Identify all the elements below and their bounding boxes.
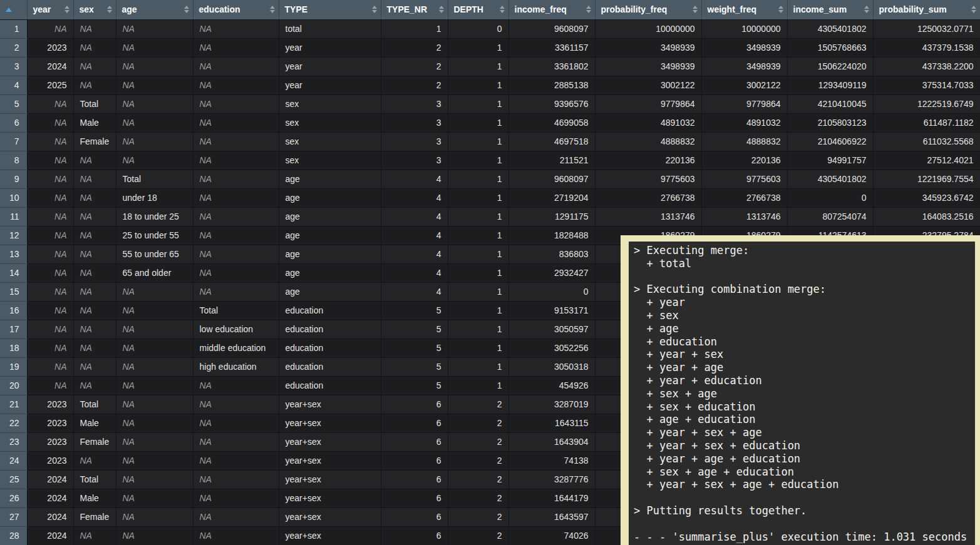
cell-TYPE: education [279, 339, 381, 357]
column-header-DEPTH[interactable]: DEPTH [448, 0, 508, 19]
column-header-weight_freq[interactable]: weight_freq [701, 0, 787, 19]
cell-probability_sum: 345923.6742 [873, 188, 980, 207]
cell-income_freq: 3287019 [508, 395, 595, 414]
row-number: 15 [0, 282, 27, 301]
na-value: NA [80, 287, 92, 297]
console-line: + education [634, 335, 971, 349]
cell-income_sum: 94991757 [787, 151, 873, 170]
cell-TYPE: year+sex [279, 470, 381, 489]
column-header-year[interactable]: year [27, 0, 73, 19]
na-value: NA [200, 155, 212, 165]
cell-TYPE_NR: 2 [381, 57, 448, 76]
cell-probability_freq: 3002122 [595, 76, 701, 94]
cell-education: NA [193, 76, 279, 94]
cell-education: NA [193, 263, 279, 282]
cell-sex: Total [73, 395, 116, 414]
cell-age: NA [116, 376, 193, 395]
na-value: NA [200, 80, 212, 90]
cell-education: NA [193, 38, 279, 57]
column-header-TYPE_NR[interactable]: TYPE_NR [381, 0, 448, 19]
na-value: NA [200, 474, 212, 484]
cell-age: NA [116, 414, 193, 432]
column-header-age[interactable]: age [116, 0, 193, 19]
cell-income_freq: 4699058 [508, 113, 595, 132]
cell-income_sum: 4305401802 [787, 170, 873, 188]
column-header-probability_sum[interactable]: probability_sum [873, 0, 980, 19]
cell-income_sum: 4210410045 [787, 94, 873, 113]
column-header-sex[interactable]: sex [73, 0, 116, 19]
na-value: NA [123, 80, 135, 90]
cell-year: NA [27, 357, 73, 376]
cell-DEPTH: 1 [448, 339, 508, 357]
cell-TYPE: year [279, 76, 381, 94]
na-value: NA [54, 136, 66, 146]
na-value: NA [123, 99, 135, 109]
cell-weight_freq: 3498939 [701, 57, 787, 76]
cell-age: NA [116, 451, 193, 470]
na-value: NA [123, 531, 135, 541]
cell-education: NA [193, 282, 279, 301]
cell-year: NA [27, 188, 73, 207]
cell-DEPTH: 1 [448, 320, 508, 339]
cell-income_freq: 2719204 [508, 188, 595, 207]
cell-sex: NA [73, 151, 116, 170]
cell-probability_sum: 27512.4021 [873, 151, 980, 170]
cell-TYPE: sex [279, 132, 381, 151]
sort-icon [586, 6, 591, 13]
cell-DEPTH: 1 [448, 151, 508, 170]
cell-TYPE_NR: 4 [381, 226, 448, 245]
console-line: + sex + age + education [634, 466, 971, 479]
na-value: NA [200, 118, 212, 128]
cell-age: NA [116, 94, 193, 113]
cell-DEPTH: 1 [448, 188, 508, 207]
cell-TYPE_NR: 6 [381, 470, 448, 489]
cell-age: NA [116, 151, 193, 170]
cell-DEPTH: 2 [448, 395, 508, 414]
cell-sex: NA [73, 170, 116, 188]
cell-education: NA [193, 132, 279, 151]
na-value: NA [200, 61, 212, 71]
column-header-education[interactable]: education [193, 0, 279, 19]
cell-probability_freq: 1313746 [595, 207, 701, 226]
header-row: yearsexageeducationTYPETYPE_NRDEPTHincom… [0, 0, 980, 19]
cell-age: NA [116, 357, 193, 376]
na-value: NA [54, 249, 66, 259]
cell-DEPTH: 1 [448, 245, 508, 263]
table-row: 1NANANANAtotal10960809710000000100000004… [0, 19, 980, 38]
row-number: 8 [0, 151, 27, 170]
cell-TYPE_NR: 6 [381, 451, 448, 470]
na-value: NA [80, 155, 92, 165]
na-value: NA [80, 193, 92, 203]
cell-education: NA [193, 207, 279, 226]
cell-education: NA [193, 526, 279, 545]
column-header-income_freq[interactable]: income_freq [508, 0, 595, 19]
cell-sex: NA [73, 188, 116, 207]
cell-age: NA [116, 132, 193, 151]
cell-weight_freq: 220136 [701, 151, 787, 170]
cell-DEPTH: 1 [448, 38, 508, 57]
cell-weight_freq: 4891032 [701, 113, 787, 132]
cell-sex: NA [73, 282, 116, 301]
cell-income_freq: 3050318 [508, 357, 595, 376]
column-header-TYPE[interactable]: TYPE [279, 0, 381, 19]
cell-year: NA [27, 263, 73, 282]
cell-age: 55 to under 65 [116, 245, 193, 263]
cell-income_freq: 9153171 [508, 301, 595, 320]
row-number-header[interactable] [0, 0, 27, 19]
cell-TYPE_NR: 4 [381, 263, 448, 282]
cell-TYPE_NR: 3 [381, 94, 448, 113]
na-value: NA [54, 287, 66, 297]
column-header-probability_freq[interactable]: probability_freq [595, 0, 701, 19]
row-number: 27 [0, 507, 27, 526]
cell-sex: NA [73, 357, 116, 376]
column-header-income_sum[interactable]: income_sum [787, 0, 873, 19]
cell-year: NA [27, 282, 73, 301]
cell-DEPTH: 2 [448, 507, 508, 526]
cell-income_freq: 1643597 [508, 507, 595, 526]
na-value: NA [80, 211, 92, 222]
cell-TYPE: sex [279, 113, 381, 132]
na-value: NA [200, 437, 212, 447]
cell-age: NA [116, 320, 193, 339]
na-value: NA [80, 249, 92, 259]
na-value: NA [123, 512, 135, 522]
